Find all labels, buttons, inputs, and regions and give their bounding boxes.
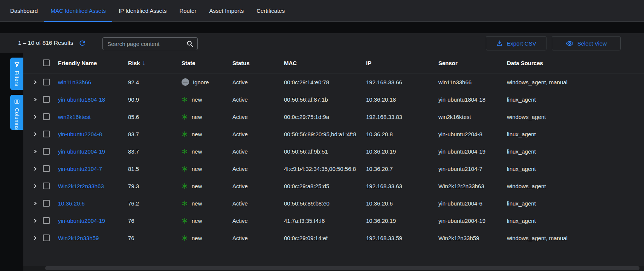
row-expand-chevron-icon[interactable] (32, 202, 37, 205)
tab-mac-identified-assets[interactable]: MAC Identified Assets (44, 0, 112, 21)
row-checkbox[interactable] (43, 96, 50, 103)
state-label: new (192, 200, 202, 207)
friendly-name-link[interactable]: yin-ubuntu1804-18 (58, 96, 105, 103)
friendly-name-link[interactable]: win11n33h66 (58, 79, 91, 85)
new-state-icon (182, 200, 188, 207)
new-state-icon (182, 183, 188, 189)
ip-cell: 10.36.20.8 (366, 131, 438, 137)
tab-dashboard[interactable]: Dashboard (4, 0, 44, 21)
column-header-status[interactable]: Status (232, 60, 284, 66)
data-sources-cell: windows_agent, manual (507, 79, 644, 85)
search-input[interactable] (107, 41, 186, 47)
row-checkbox[interactable] (43, 148, 50, 155)
table-row: Win2k12n33h5976newActive00:0c:29:09:14:e… (23, 229, 644, 247)
column-header-data-sources[interactable]: Data Sources (507, 60, 644, 66)
row-expand-chevron-icon[interactable] (32, 219, 37, 222)
row-expand-chevron-icon[interactable] (32, 150, 37, 153)
sensor-cell: yin-ubuntu1804-18 (438, 96, 507, 103)
column-header-ip[interactable]: IP (366, 60, 438, 66)
horizontal-scrollbar-thumb[interactable] (45, 266, 639, 270)
friendly-name-link[interactable]: Win2k12r2n33h63 (58, 183, 104, 189)
refresh-icon (78, 39, 86, 47)
column-header-risk[interactable]: Risk↓ (128, 59, 182, 67)
mac-cell: 00:50:56:af:87:1b (284, 96, 366, 103)
data-sources-cell: linux_agent (507, 131, 644, 137)
row-expand-chevron-icon[interactable] (32, 184, 37, 188)
refresh-button[interactable] (78, 39, 86, 47)
friendly-name-link[interactable]: yin-ubuntu2004-19 (58, 218, 105, 224)
risk-cell: 92.4 (128, 79, 182, 85)
tab-router[interactable]: Router (173, 0, 203, 21)
table-row: yin-ubuntu1804-1890.9newActive00:50:56:a… (23, 91, 644, 108)
row-checkbox[interactable] (43, 79, 50, 85)
row-expand-chevron-icon[interactable] (32, 132, 37, 136)
risk-cell: 83.7 (128, 131, 182, 137)
new-state-icon (182, 218, 188, 224)
row-checkbox[interactable] (43, 183, 50, 189)
select-view-button[interactable]: Select View (552, 36, 621, 50)
row-checkbox[interactable] (43, 131, 50, 137)
row-expand-chevron-icon[interactable] (32, 81, 37, 84)
search-icon[interactable] (186, 40, 194, 47)
mac-cell: 00:0c:29:a8:25:d5 (284, 183, 366, 189)
data-sources-cell: windows_agent, manual (507, 235, 644, 241)
friendly-name-link[interactable]: 10.36.20.6 (58, 200, 85, 207)
ip-cell: 10.36.20.18 (366, 96, 438, 103)
mac-cell: 00:0c:29:14:e0:78 (284, 79, 366, 85)
sensor-cell: yin-ubuntu2104-7 (438, 166, 507, 172)
row-expand-chevron-icon[interactable] (32, 98, 37, 101)
column-header-sensor[interactable]: Sensor (438, 60, 507, 66)
tab-certificates[interactable]: Certificates (250, 0, 291, 21)
column-header-state[interactable]: State (182, 60, 232, 66)
sort-descending-icon[interactable]: ↓ (142, 59, 146, 67)
new-state-icon (182, 166, 188, 172)
status-cell: Active (232, 114, 284, 120)
select-all-checkbox[interactable] (43, 59, 50, 66)
state-label: new (192, 114, 202, 120)
row-checkbox[interactable] (43, 200, 50, 207)
mac-cell: 00:50:56:89:b8:e0 (284, 200, 366, 207)
risk-cell: 79.3 (128, 183, 182, 189)
friendly-name-link[interactable]: win2k16ktest (58, 114, 91, 120)
new-state-icon (182, 131, 188, 137)
sensor-cell: yin-ubuntu2004-19 (438, 148, 507, 155)
risk-cell: 76.2 (128, 200, 182, 207)
eye-icon (566, 40, 574, 47)
status-cell: Active (232, 235, 284, 241)
tab-asset-imports[interactable]: Asset Imports (203, 0, 250, 21)
table-body: win11n33h6692.4IgnoreActive00:0c:29:14:e… (23, 73, 644, 247)
friendly-name-link[interactable]: yin-ubuntu2004-19 (58, 148, 105, 155)
risk-cell: 81.5 (128, 166, 182, 172)
risk-cell: 90.9 (128, 96, 182, 103)
sensor-cell: yin-ubuntu2204-8 (438, 131, 507, 137)
results-count-text: 1 – 10 of 816 Results (18, 40, 73, 46)
row-checkbox[interactable] (43, 234, 50, 241)
data-sources-cell: linux_agent (507, 166, 644, 172)
column-header-friendly-name[interactable]: Friendly Name (58, 60, 128, 66)
friendly-name-link[interactable]: yin-ubuntu2204-8 (58, 131, 102, 137)
row-expand-chevron-icon[interactable] (32, 236, 37, 240)
row-expand-chevron-icon[interactable] (32, 115, 37, 119)
state-cell: new (182, 166, 232, 172)
column-header-mac[interactable]: MAC (284, 60, 366, 66)
table-row: Win2k12r2n33h6379.3newActive00:0c:29:a8:… (23, 177, 644, 195)
friendly-name-link[interactable]: Win2k12n33h59 (58, 235, 99, 241)
tab-ip-identified-assets[interactable]: IP Identified Assets (112, 0, 173, 21)
sensor-cell: Win2k12r2n33h63 (438, 183, 507, 189)
friendly-name-link[interactable]: yin-ubuntu2104-7 (58, 166, 102, 172)
table-row: yin-ubuntu2004-1976newActive41:7a:f3:35:… (23, 212, 644, 229)
row-expand-chevron-icon[interactable] (32, 167, 37, 171)
filters-button[interactable]: Filters (10, 58, 23, 90)
export-csv-label: Export CSV (507, 40, 536, 47)
table-row: yin-ubuntu2004-1983.7newActive00:50:56:a… (23, 143, 644, 160)
export-csv-button[interactable]: Export CSV (486, 36, 546, 50)
row-checkbox[interactable] (43, 165, 50, 172)
row-checkbox[interactable] (43, 217, 50, 224)
data-sources-cell: windows_agent (507, 183, 644, 189)
row-checkbox[interactable] (43, 113, 50, 120)
status-cell: Active (232, 148, 284, 155)
data-sources-cell: linux_agent (507, 200, 644, 207)
ip-cell: 192.168.33.59 (366, 235, 438, 241)
columns-button[interactable]: Columns (10, 95, 23, 130)
table-row: yin-ubuntu2204-883.7newActive00:50:56:89… (23, 125, 644, 143)
